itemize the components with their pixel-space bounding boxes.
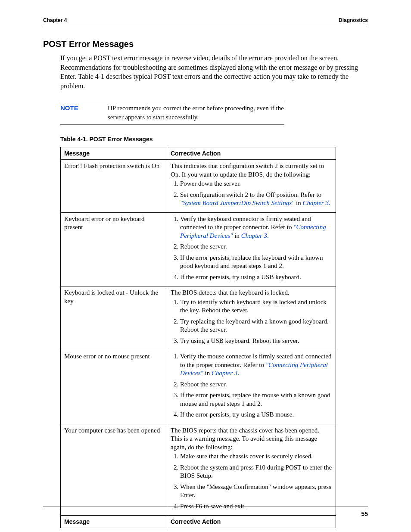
message-cell: Keyboard is locked out - Unlock the key [61,286,167,350]
section-title: POST Error Messages [43,39,368,49]
chapter-link[interactable]: Chapter 3 [303,199,329,206]
list-item: When the "Message Confirmation" window a… [180,483,332,500]
list-item: Reboot the server. [180,380,332,389]
table-row: Error!! Flash protection switch is On Th… [61,160,336,213]
steps-list: Power down the server. Set configuration… [171,180,332,208]
header-section: Diagnostics [339,17,368,23]
note-label: NOTE [60,104,108,121]
list-item: If the error persists, try using a USB m… [180,411,332,419]
running-header: Chapter 4 Diagnostics [43,17,368,26]
action-lead: This indicates that configuration switch… [171,162,324,178]
note-block: NOTE HP recommends you correct the error… [60,101,284,124]
col-header-message: Message [61,147,167,159]
action-cell: This indicates that configuration switch… [167,160,336,213]
list-item: Reboot the server. [180,243,332,251]
step-text: . [237,370,239,376]
cross-ref-link[interactable]: "System Board Jumper/Dip Switch Settings… [180,199,294,206]
note-text: HP recommends you correct the error befo… [108,104,284,121]
list-item: Verify the keyboard connector is firmly … [180,215,332,240]
list-item: Try to identify which keyboard key is lo… [180,298,332,315]
intro-paragraph: If you get a POST text error message in … [60,53,368,90]
action-cell: Verify the keyboard connector is firmly … [167,212,336,286]
header-chapter: Chapter 4 [43,17,67,23]
list-item: Make sure that the chassis cover is secu… [180,452,332,461]
list-item: Reboot the system and press F10 during P… [180,464,332,480]
step-text: . [267,232,269,239]
steps-list: Verify the mouse connector is firmly sea… [171,352,332,419]
action-lead: The BIOS reports that the chassis cover … [171,427,319,451]
footer-rule [43,507,368,507]
list-item: Verify the mouse connector is firmly sea… [180,352,332,378]
step-text: Set configuration switch 2 to the Off po… [180,191,321,198]
step-text: . [329,199,330,206]
action-cell: The BIOS detects that the keyboard is lo… [167,286,336,350]
page: Chapter 4 Diagnostics POST Error Message… [0,0,411,532]
steps-list: Verify the keyboard connector is firmly … [171,215,332,282]
table-row: Mouse error or no mouse present Verify t… [61,350,336,424]
message-cell: Your computer case has been opened [61,424,167,516]
chapter-link[interactable]: Chapter 3 [212,370,237,376]
action-cell: The BIOS reports that the chassis cover … [167,424,336,516]
action-lead: The BIOS detects that the keyboard is lo… [171,289,290,296]
list-item: Set configuration switch 2 to the Off po… [180,191,332,208]
step-text: in [294,199,302,206]
page-footer: 55 [43,507,368,517]
list-item: Power down the server. [180,180,332,188]
post-error-table: Message Corrective Action Error!! Flash … [60,147,336,528]
header-rule [43,26,368,26]
step-text: in [233,232,241,239]
action-cell: Verify the mouse connector is firmly sea… [167,350,336,424]
list-item: If the error persists, try using a USB k… [180,273,332,282]
step-text: in [203,370,212,376]
steps-list: Make sure that the chassis cover is secu… [171,452,332,510]
page-number: 55 [43,510,368,517]
message-cell: Error!! Flash protection switch is On [61,160,167,213]
message-cell: Mouse error or no mouse present [61,350,167,424]
list-item: Try using a USB keyboard. Reboot the ser… [180,337,332,345]
table-row: Your computer case has been opened The B… [61,424,336,516]
list-item: If the error persists, replace the mouse… [180,391,332,408]
list-item: If the error persists, replace the keybo… [180,254,332,271]
step-text: Verify the keyboard connector is firmly … [180,215,311,231]
steps-list: Try to identify which keyboard key is lo… [171,298,332,345]
chapter-link[interactable]: Chapter 3 [241,232,267,239]
message-cell: Keyboard error or no keyboard present [61,212,167,286]
col-header-action: Corrective Action [167,147,336,159]
table-row: Keyboard error or no keyboard present Ve… [61,212,336,286]
table-row: Keyboard is locked out - Unlock the key … [61,286,336,350]
table-caption: Table 4-1. POST Error Messages [60,136,368,143]
list-item: Try replacing the keyboard with a known … [180,317,332,334]
table-header-row: Message Corrective Action [61,147,336,159]
